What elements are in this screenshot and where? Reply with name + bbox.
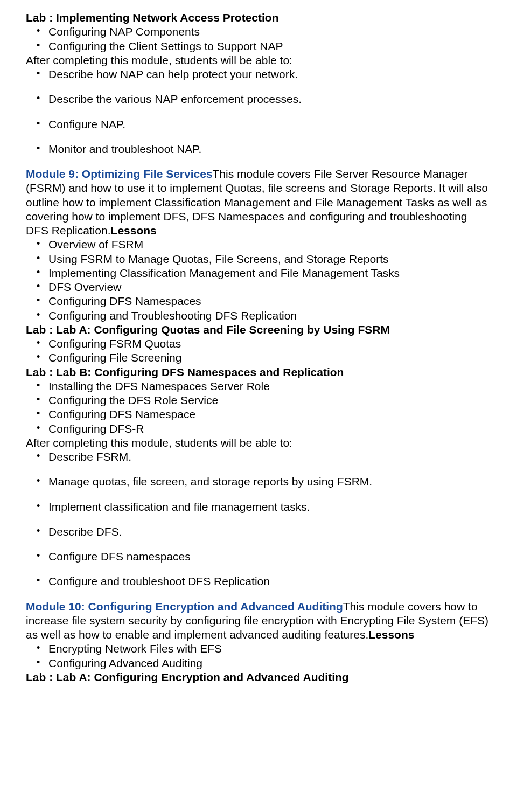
- labA-list: Configuring FSRM Quotas Configuring File…: [26, 337, 491, 365]
- list-item: Configure NAP.: [26, 117, 491, 131]
- list-item: Configuring the Client Settings to Suppo…: [26, 39, 491, 53]
- list-item: Describe how NAP can help protect your n…: [26, 67, 491, 81]
- list-item: Monitor and troubleshoot NAP.: [26, 142, 491, 156]
- module10-title: Module 10: Configuring Encryption and Ad…: [26, 600, 343, 613]
- module9-title: Module 9: Optimizing File Services: [26, 168, 213, 180]
- module9-paragraph: Module 9: Optimizing File ServicesThis m…: [26, 167, 491, 238]
- list-item: Configuring the DFS Role Service: [26, 393, 491, 407]
- list-item: Configuring DFS Namespace: [26, 407, 491, 421]
- list-item: Installing the DFS Namespaces Server Rol…: [26, 379, 491, 393]
- list-item: Configure DFS namespaces: [26, 550, 491, 564]
- labA2-title: Lab : Lab A: Configuring Encryption and …: [26, 670, 491, 684]
- list-item: Configuring NAP Components: [26, 25, 491, 39]
- list-item: Configuring Advanced Auditing: [26, 656, 491, 670]
- list-item: DFS Overview: [26, 280, 491, 294]
- lessons-label: Lessons: [111, 224, 157, 237]
- list-item: Describe DFS.: [26, 525, 491, 539]
- list-item: Describe FSRM.: [26, 450, 491, 464]
- labB-title: Lab : Lab B: Configuring DFS Namespaces …: [26, 365, 491, 379]
- module9-lessons-list: Overview of FSRM Using FSRM to Manage Qu…: [26, 238, 491, 323]
- after-module-text: After completing this module, students w…: [26, 53, 491, 67]
- list-item: Configuring and Troubleshooting DFS Repl…: [26, 309, 491, 323]
- abilities-list-2: Describe FSRM. Manage quotas, file scree…: [26, 450, 491, 589]
- list-item: Describe the various NAP enforcement pro…: [26, 92, 491, 106]
- module10-paragraph: Module 10: Configuring Encryption and Ad…: [26, 600, 491, 642]
- labA-title: Lab : Lab A: Configuring Quotas and File…: [26, 323, 491, 337]
- list-item: Implement classification and file manage…: [26, 500, 491, 514]
- list-item: Using FSRM to Manage Quotas, File Screen…: [26, 252, 491, 266]
- lessons-label-2: Lessons: [368, 628, 414, 641]
- lab-nap-list: Configuring NAP Components Configuring t…: [26, 25, 491, 53]
- list-item: Manage quotas, file screen, and storage …: [26, 475, 491, 489]
- list-item: Configuring DFS-R: [26, 422, 491, 436]
- list-item: Configuring FSRM Quotas: [26, 337, 491, 351]
- labB-list: Installing the DFS Namespaces Server Rol…: [26, 379, 491, 436]
- list-item: Configuring DFS Namespaces: [26, 294, 491, 308]
- list-item: Configure and troubleshoot DFS Replicati…: [26, 574, 491, 588]
- abilities-list-1: Describe how NAP can help protect your n…: [26, 67, 491, 156]
- module10-lessons-list: Encrypting Network Files with EFS Config…: [26, 642, 491, 670]
- list-item: Implementing Classification Management a…: [26, 266, 491, 280]
- list-item: Encrypting Network Files with EFS: [26, 642, 491, 656]
- lab-nap-title: Lab : Implementing Network Access Protec…: [26, 11, 491, 25]
- list-item: Configuring File Screening: [26, 351, 491, 365]
- list-item: Overview of FSRM: [26, 238, 491, 252]
- after-module-text-2: After completing this module, students w…: [26, 436, 491, 450]
